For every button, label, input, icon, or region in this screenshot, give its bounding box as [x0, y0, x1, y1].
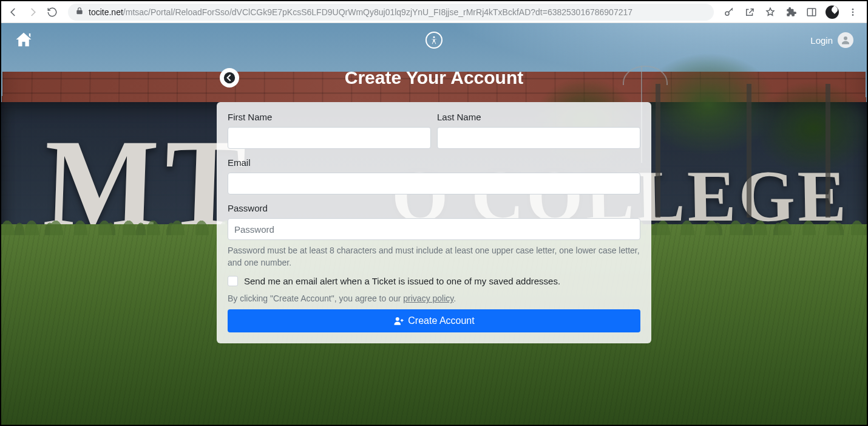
share-icon[interactable]: [742, 4, 758, 20]
email-label: Email: [228, 157, 640, 168]
agree-text: By clicking "Create Account", you agree …: [228, 294, 640, 303]
login-label: Login: [810, 35, 833, 46]
password-input[interactable]: [228, 218, 640, 240]
browser-reload-button[interactable]: [44, 4, 61, 21]
user-avatar-icon: [838, 32, 853, 48]
create-account-card: First Name Last Name Email Password Pass…: [217, 102, 651, 343]
svg-point-5: [852, 14, 854, 16]
create-account-button[interactable]: Create Account: [228, 309, 640, 332]
privacy-policy-link[interactable]: privacy policy: [403, 294, 453, 303]
svg-point-4: [852, 11, 854, 13]
create-account-button-label: Create Account: [408, 315, 474, 326]
browser-menu-icon[interactable]: [845, 4, 861, 20]
profile-avatar[interactable]: [824, 4, 840, 20]
password-label: Password: [228, 203, 640, 213]
accessibility-icon[interactable]: [426, 32, 442, 49]
email-input[interactable]: [228, 173, 640, 194]
home-icon[interactable]: [15, 30, 34, 50]
svg-point-0: [725, 12, 729, 15]
password-help-text: Password must be at least 8 characters a…: [228, 245, 640, 269]
last-name-input[interactable]: [437, 127, 640, 149]
last-name-label: Last Name: [437, 112, 640, 122]
bookmark-star-icon[interactable]: [762, 4, 778, 20]
svg-point-8: [224, 72, 235, 83]
first-name-label: First Name: [228, 112, 431, 122]
side-panel-icon[interactable]: [804, 4, 819, 20]
login-link[interactable]: Login: [810, 32, 853, 48]
url-text: tocite.net/mtsac/Portal/ReloadForSso/dVC…: [89, 7, 632, 17]
browser-forward-button[interactable]: [24, 4, 41, 21]
back-button[interactable]: [220, 68, 239, 88]
key-icon[interactable]: [721, 4, 737, 20]
email-alert-label: Send me an email alert when a Ticket is …: [244, 276, 560, 286]
svg-point-3: [852, 9, 854, 10]
page-title: Create Your Account: [215, 67, 653, 88]
svg-point-7: [844, 36, 847, 40]
address-bar[interactable]: tocite.net/mtsac/Portal/ReloadForSso/dVC…: [68, 4, 714, 21]
svg-rect-1: [807, 9, 816, 16]
browser-back-button[interactable]: [5, 4, 22, 21]
extensions-icon[interactable]: [783, 4, 799, 20]
user-plus-icon: [393, 315, 404, 326]
svg-point-6: [433, 36, 435, 38]
lock-icon: [75, 7, 84, 17]
svg-point-9: [396, 317, 399, 321]
page-content: MT O COLLEGE Login: [1, 23, 867, 425]
first-name-input[interactable]: [228, 127, 431, 149]
email-alert-checkbox[interactable]: [228, 276, 238, 286]
browser-toolbar: tocite.net/mtsac/Portal/ReloadForSso/dVC…: [1, 1, 867, 23]
